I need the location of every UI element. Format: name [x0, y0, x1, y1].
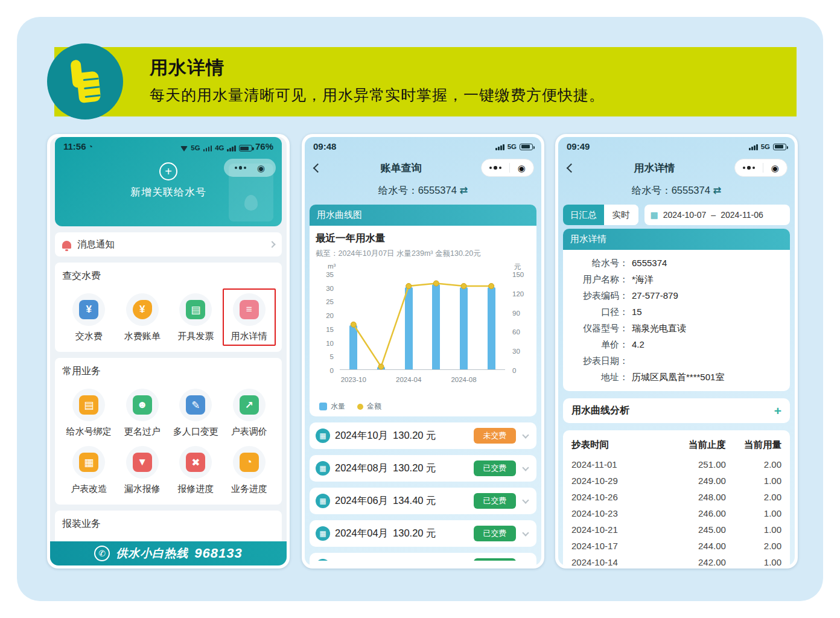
detail-row: 给水号： 6555374	[570, 255, 783, 271]
bill-amount: 130.20 元	[393, 429, 436, 442]
miniapp-menu-pill[interactable]: ◉	[481, 159, 534, 177]
signal-icon-2	[227, 145, 236, 151]
more-options-icon[interactable]	[743, 166, 755, 170]
bill-amount: 130.20 元	[393, 527, 436, 540]
bill-row[interactable]: ▦ 2024年08月 130.20 元 已交费	[310, 455, 536, 482]
bill-row[interactable]: ▦ 2024年10月 130.20 元 未交费	[310, 422, 536, 449]
cell-date: 2024-10-17	[571, 538, 664, 554]
bill-amount: 134.40 元	[393, 494, 436, 508]
bill-row[interactable]: ▦ 2024年04月 130.20 元 已交费	[310, 520, 536, 547]
add-account-label[interactable]: 新增关联给水号	[55, 185, 282, 199]
service-label: 给水号绑定	[66, 426, 112, 438]
page-subtitle: 每天的用水量清晰可见，用水异常实时掌握，一键缴费方便快捷。	[150, 85, 797, 105]
cell-usage: 2.00	[726, 489, 781, 505]
date-range-picker[interactable]: ▦ 2024-10-07 – 2024-11-06	[644, 205, 791, 225]
detail-label: 用户名称：	[570, 271, 628, 287]
detail-label: 给水号：	[570, 255, 628, 271]
service-label: 水费账单	[124, 331, 161, 342]
battery-icon	[773, 144, 786, 150]
date-start: 2024-10-07	[663, 210, 707, 220]
service-item[interactable]: ▼ 漏水报修	[116, 441, 170, 499]
account-row[interactable]: 给水号：6555374 ⇄	[305, 179, 541, 201]
add-account-area[interactable]: + 新增关联给水号	[55, 162, 282, 199]
bill-status-badge[interactable]: 未交费	[474, 428, 516, 444]
service-item[interactable]: ▦ 户表改造	[62, 441, 116, 499]
status-bar: 11:56 ◔ 5G 4G 76%	[55, 137, 282, 154]
detail-row: 单价： 4.2	[570, 336, 783, 352]
service-item[interactable]: ↗ 户表调价	[223, 384, 276, 441]
bill-row[interactable]: ▦ 2024年06月 134.40 元 已交费	[310, 488, 536, 514]
close-target-icon[interactable]: ◉	[518, 164, 526, 173]
more-options-icon[interactable]	[489, 166, 501, 170]
leak-repair-icon: ▼	[133, 453, 152, 472]
account-label: 给水号：	[378, 185, 418, 196]
tab-realtime[interactable]: 实时	[604, 205, 638, 225]
phone-icon: ✆	[94, 546, 110, 561]
hotline-bar[interactable]: ✆ 供水小白热线 968133	[50, 541, 287, 565]
pay-water-fee-icon: ¥	[79, 300, 98, 319]
battery-icon	[239, 145, 252, 151]
miniapp-menu-pill[interactable]: ◉	[734, 159, 788, 177]
page-title: 用水详情	[150, 56, 797, 80]
table-row: 2024-10-29 249.00 1.00	[571, 473, 781, 489]
date-end: 2024-11-06	[721, 210, 763, 220]
service-item[interactable]: ¥ 交水费	[62, 288, 116, 346]
service-item[interactable]: ✖ 报修进度	[169, 441, 223, 499]
switch-account-icon[interactable]: ⇄	[713, 185, 722, 196]
cell-reading: 251.00	[664, 456, 726, 473]
card-header: 用水详情	[563, 229, 790, 250]
chart-x-axis: 2023-102024-042024-08	[340, 374, 505, 383]
table-row: 2024-10-21 245.00 1.00	[571, 521, 781, 538]
message-notice-row[interactable]: 消息通知	[55, 232, 282, 256]
cell-usage: 1.00	[726, 554, 781, 565]
detail-label: 口径：	[570, 304, 628, 320]
service-item[interactable]: ◔ 业务进度	[223, 441, 276, 499]
plus-icon[interactable]: +	[159, 162, 177, 180]
bill-month: 2024年08月	[335, 462, 388, 475]
right-axis-unit: 元	[514, 263, 521, 272]
detail-row: 用户名称： *海洋	[570, 271, 783, 287]
cell-usage: 1.00	[726, 521, 781, 538]
close-target-icon[interactable]: ◉	[771, 164, 779, 173]
col-current-usage: 当前用量	[726, 439, 781, 451]
service-item[interactable]: ¥ 水费账单	[116, 288, 170, 346]
battery-percent: 76%	[255, 141, 273, 151]
chevron-down-icon[interactable]	[522, 464, 529, 471]
hotline-number: 968133	[194, 546, 242, 561]
chevron-down-icon[interactable]	[522, 497, 529, 503]
detail-label: 抄表编码：	[570, 287, 628, 304]
chevron-down-icon[interactable]	[522, 432, 529, 438]
chevron-down-icon[interactable]	[522, 529, 529, 536]
battery-icon	[520, 144, 533, 150]
service-item[interactable]: ▤ 给水号绑定	[62, 384, 116, 441]
bill-month: 2024年06月	[335, 494, 388, 508]
signal-icon	[203, 145, 212, 151]
table-row: 2024-10-17 244.00 2.00	[571, 538, 781, 554]
usage-chart: m³ 元 05101520253035 0306090120150 2023-1…	[316, 261, 530, 398]
account-row[interactable]: 给水号：6555374 ⇄	[558, 179, 795, 201]
calendar-icon: ▦	[316, 494, 330, 508]
service-item[interactable]: ▤ 开具发票	[169, 288, 223, 346]
bill-status-badge[interactable]: 已交费	[474, 493, 516, 509]
service-item[interactable]: ☻ 更名过户	[116, 384, 170, 441]
bill-status-badge[interactable]: 已交费	[474, 460, 516, 476]
col-current-reading: 当前止度	[664, 439, 726, 451]
service-item[interactable]: ✎ 多人口变更	[169, 384, 223, 441]
cell-date: 2024-10-23	[571, 505, 664, 521]
tab-daily-summary[interactable]: 日汇总	[563, 205, 604, 225]
nav-bar: 用水详情 ◉	[558, 154, 795, 179]
legend-swatch	[357, 404, 363, 410]
service-label: 用水详情	[231, 331, 267, 342]
table-row: 2024-10-26 248.00 2.00	[571, 489, 781, 505]
legend-label-volume: 水量	[331, 401, 345, 412]
network-label: 5G	[761, 143, 770, 150]
usage-analysis-row[interactable]: 用水曲线分析 +	[563, 398, 790, 423]
section-title: 常用业务	[62, 365, 276, 378]
status-bar: 09:49 5G	[558, 137, 795, 154]
section-title: 报装业务	[62, 518, 276, 530]
expand-plus-icon[interactable]: +	[774, 404, 781, 417]
switch-account-icon[interactable]: ⇄	[460, 185, 468, 196]
account-label: 给水号：	[632, 185, 672, 196]
bill-status-badge[interactable]: 已交费	[474, 526, 516, 541]
service-item[interactable]: ≡ 用水详情	[223, 288, 276, 346]
